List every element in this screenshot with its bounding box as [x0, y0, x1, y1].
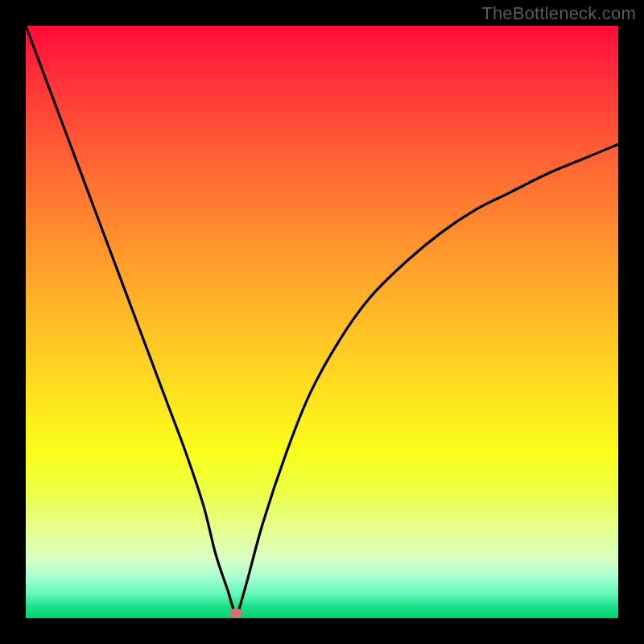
- watermark-text: TheBottleneck.com: [481, 3, 636, 24]
- curve-path: [26, 26, 618, 613]
- optimal-point-marker: [229, 609, 242, 617]
- chart-frame: TheBottleneck.com: [0, 0, 644, 644]
- bottleneck-curve: [26, 26, 618, 618]
- plot-area: [26, 26, 618, 618]
